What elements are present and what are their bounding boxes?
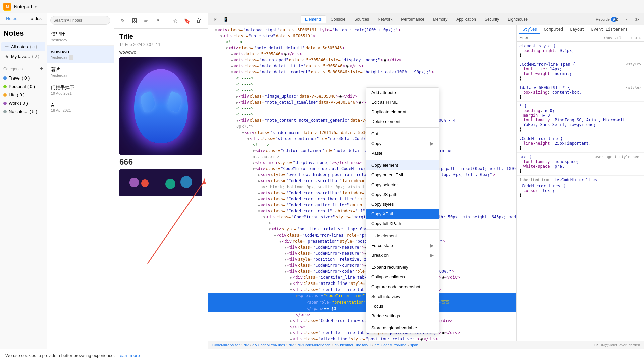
breadcrumb-item[interactable]: div (289, 343, 294, 347)
html-line[interactable]: ▼ <div class="note_detail default" data-… (208, 45, 516, 51)
html-line[interactable]: ▶ <div class="note_detail_title" data-v-… (208, 63, 516, 69)
devtools-cursor-icon[interactable]: ⊡ (211, 15, 220, 24)
ctx-add-attribute[interactable]: Add attribute (366, 88, 439, 97)
ctx-copy-full-xpath[interactable]: Copy full XPath (366, 219, 439, 228)
toolbar-text-icon[interactable]: Ａ (153, 16, 162, 25)
toolbar-image-icon[interactable]: 🖼 (130, 16, 139, 25)
devtools-tab-security[interactable]: Security (481, 16, 503, 23)
ctx-badge-settings[interactable]: Badge settings... (366, 311, 439, 321)
html-line[interactable]: ▼ <div class="note_content note_content_… (208, 117, 516, 123)
ctx-duplicate-element[interactable]: Duplicate element (366, 107, 439, 117)
ctx-copy-xpath[interactable]: Copy XPath (366, 209, 439, 219)
ctx-edit-as-html[interactable]: Edit as HTML (366, 97, 439, 107)
ctx-copy-jspath[interactable]: Copy JS path (366, 190, 439, 199)
html-line[interactable]: ▶ <div class="identifer_line tab-0" styl… (208, 330, 516, 336)
html-line[interactable]: ▶ <div class="identifer_line tab-0" styl… (208, 274, 516, 280)
breadcrumb-item[interactable]: span (410, 343, 418, 347)
html-line[interactable]: ▼ <div class="slider-container" id="note… (208, 136, 516, 142)
html-line[interactable]: ▶ <div class="CodeMirror-measure" > ◉ </… (208, 244, 516, 250)
ctx-capture-screenshot[interactable]: Capture node screenshot (366, 282, 439, 292)
sidebar-item-all-notes[interactable]: ☰ All notes ( 5 ) (1, 42, 45, 51)
toolbar-star-icon[interactable]: ☆ (171, 16, 180, 25)
ctx-cut[interactable]: Cut (366, 129, 439, 139)
tab-styles[interactable]: Styles (519, 25, 540, 34)
html-line[interactable]: ▼ <div class="note_view" data-v-6F065f9f… (208, 33, 516, 39)
breadcrumb-item[interactable]: div.CodeMirror-lines (252, 343, 285, 347)
ctx-force-state[interactable]: Force state ▶ (366, 241, 439, 250)
html-line[interactable]: ▼ <div class="CodeMirror-code" role="pre… (208, 268, 516, 274)
tab-computed[interactable]: Computed (540, 25, 567, 34)
devtools-settings-icon[interactable]: ⚙ (612, 15, 621, 24)
sidebar-item-personal[interactable]: Personal ( 0 ) (0, 82, 47, 91)
html-line[interactable]: ▶ <div class="no_notepad" data-v-5e30584… (208, 57, 516, 63)
html-line[interactable]: ▶ <div class="CodeMirror-cursors" > ◉ </… (208, 262, 516, 268)
tab-layout[interactable]: Layout (567, 25, 588, 34)
html-line-selected[interactable]: ▼ <pre class="CodeMirror-line" role="pre… (208, 293, 516, 299)
html-line[interactable]: ▼ <div role="presentation" style="positi… (208, 238, 516, 244)
breadcrumb-item[interactable]: div (244, 343, 249, 347)
ctx-scroll-into-view[interactable]: Scroll into view (366, 292, 439, 301)
toolbar-pen-icon[interactable]: ✏ (142, 16, 151, 25)
html-line[interactable]: ▼ <div class="CodeMirror-sizer" style="m… (208, 214, 516, 220)
ctx-copy-outerhtml[interactable]: Copy outerHTML (366, 170, 439, 180)
html-line[interactable]: ▼ <div class="note_detail_content" data-… (208, 69, 516, 75)
breadcrumb-item[interactable]: div.identifer_line.tab-0 (335, 343, 371, 347)
tab-notes[interactable]: Notes (0, 13, 23, 24)
ctx-delete-element[interactable]: Delete element (366, 117, 439, 126)
tab-event-listeners[interactable]: Event Listeners (588, 25, 631, 34)
ctx-copy[interactable]: Copy ▶ (366, 139, 439, 148)
html-line[interactable]: ▼ <div style="position: relative; top: 0… (208, 226, 516, 232)
html-line[interactable]: ▶ <div class="CodeMirror-scrollbar-fille… (208, 196, 516, 202)
ctx-collapse-children[interactable]: Collapse children (366, 272, 439, 282)
devtools-more-icon[interactable]: ⋮ (622, 15, 631, 24)
html-line[interactable]: ▼ <div class="CodeMirror-lines" role="pr… (208, 232, 516, 238)
breadcrumb-item[interactable]: div.CodeMirror-code (298, 343, 331, 347)
breadcrumb-item[interactable]: pre.CodeMirror-line (374, 343, 406, 347)
breadcrumb-item[interactable]: CodeMirror-sizer (212, 343, 240, 347)
sidebar-item-work[interactable]: Work ( 0 ) (0, 99, 47, 107)
devtools-tab-sources[interactable]: Sources (350, 16, 373, 23)
html-line[interactable]: ▶ <div data-v-5e305846 > ◉ </div> (208, 51, 516, 57)
html-line[interactable]: ▶ <div class="CodeMirror-gutter-filler" … (208, 202, 516, 208)
html-line[interactable]: ▶ <div class="CodeMirror-hscrollbar" tab… (208, 190, 516, 196)
learn-more-link[interactable]: Learn more (117, 353, 140, 358)
search-input[interactable] (50, 16, 110, 25)
ctx-copy-selector[interactable]: Copy selector (366, 180, 439, 190)
html-line[interactable]: ▼ <div class="notepad_right" data-v-6F06… (208, 27, 516, 33)
devtools-more-tabs-icon[interactable]: ≫ (632, 15, 641, 24)
ctx-break-on[interactable]: Break on ▶ (366, 250, 439, 260)
ctx-copy-styles[interactable]: Copy styles (366, 199, 439, 209)
html-line[interactable]: ▶ <div class="image_upload" data-v-5e305… (208, 93, 516, 99)
html-line[interactable]: ▶ <div class="CodeMirror-linewidget" cm-… (208, 318, 516, 324)
sidebar-item-nocategory[interactable]: No cate... ( 5 ) (0, 107, 47, 116)
toolbar-delete-icon[interactable]: 🗑 (195, 16, 204, 25)
html-line[interactable]: ▼ <div class="CodeMirror cm-s-default Co… (208, 166, 516, 172)
ctx-store-global[interactable]: Store as global variable (366, 323, 439, 333)
sidebar-item-travel[interactable]: Travel ( 0 ) (0, 74, 47, 82)
tab-todos[interactable]: To-dos (23, 13, 47, 24)
devtools-tab-memory[interactable]: Memory (429, 16, 451, 23)
styles-filter-input[interactable] (519, 35, 602, 40)
devtools-tab-network[interactable]: Network (374, 16, 396, 23)
html-line[interactable]: ▶ <textarea style="display: none;" ></te… (208, 160, 516, 166)
ctx-copy-element[interactable]: Copy element (366, 160, 439, 170)
devtools-tab-lighthouse[interactable]: Lighthouse (504, 16, 532, 23)
list-item[interactable]: wowowo Yesterday (47, 46, 114, 63)
ctx-expand-recursively[interactable]: Expand recursively (366, 262, 439, 272)
list-item[interactable]: 门把手掉下 19 Aug 2021 (47, 81, 114, 99)
devtools-mobile-icon[interactable]: 📱 (221, 15, 230, 24)
devtools-tab-console[interactable]: Console (327, 16, 350, 23)
devtools-tab-application[interactable]: Application (452, 16, 480, 23)
ctx-focus[interactable]: Focus (366, 301, 439, 311)
html-line[interactable]: ▶ <div style="overflow: hidden; position… (208, 172, 516, 178)
html-line[interactable]: ▶ <div class="attach_line" style="positi… (208, 336, 516, 341)
html-line[interactable]: ▼ <div class="slider-main" data-v-170f17… (208, 130, 516, 136)
html-line[interactable]: ▼ <div class="CodeMirror-scroll" tabinde… (208, 208, 516, 214)
list-item[interactable]: 傅里叶 Yesterday (47, 28, 114, 46)
html-line[interactable]: ▼ <div class="identifer_line tab-0" styl… (208, 287, 516, 293)
devtools-recorder-icon[interactable]: Recorder 9 (602, 15, 611, 24)
toolbar-edit-icon[interactable]: ✎ (118, 16, 127, 25)
html-line[interactable]: ▶ <div class="CodeMirror-measure" > ◉ </… (208, 250, 516, 256)
list-item[interactable]: A 18 Apr 2021 (47, 99, 114, 116)
devtools-tab-elements[interactable]: Elements (301, 15, 326, 23)
